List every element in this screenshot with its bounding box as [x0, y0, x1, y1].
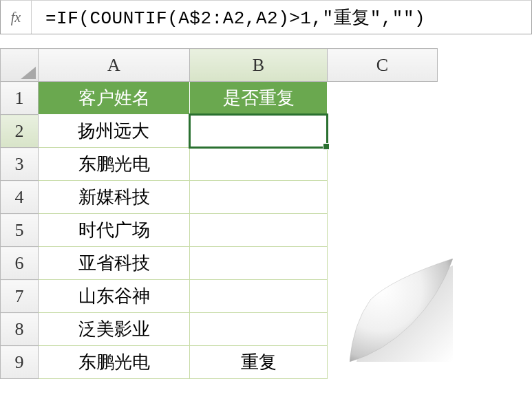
fx-button[interactable]: fx: [1, 1, 32, 34]
formula-bar: fx =IF(COUNTIF(A$2:A2,A2)>1,"重复",""): [0, 0, 532, 34]
cell-C5[interactable]: [328, 214, 438, 247]
cell-B5[interactable]: [190, 214, 328, 247]
column-header-C[interactable]: C: [328, 49, 438, 82]
cell-B6[interactable]: [190, 247, 328, 280]
column-header-B[interactable]: B: [190, 49, 328, 82]
row-header-3[interactable]: 3: [1, 148, 39, 181]
cell-B3[interactable]: [190, 148, 328, 181]
row-header-7[interactable]: 7: [1, 280, 39, 313]
cell-A8[interactable]: 泛美影业: [39, 313, 190, 346]
row-header-6[interactable]: 6: [1, 247, 39, 280]
cell-C8[interactable]: [328, 313, 438, 346]
cell-B2[interactable]: [190, 115, 328, 148]
cell-C3[interactable]: [328, 148, 438, 181]
cell-A3[interactable]: 东鹏光电: [39, 148, 190, 181]
cell-C7[interactable]: [328, 280, 438, 313]
cell-C6[interactable]: [328, 247, 438, 280]
cell-A4[interactable]: 新媒科技: [39, 181, 190, 214]
row-header-4[interactable]: 4: [1, 181, 39, 214]
cell-A2[interactable]: 扬州远大: [39, 115, 190, 148]
cell-B8[interactable]: [190, 313, 328, 346]
cell-A9[interactable]: 东鹏光电: [39, 346, 190, 379]
cell-C2[interactable]: [328, 115, 438, 148]
row-header-9[interactable]: 9: [1, 346, 39, 379]
cell-B7[interactable]: [190, 280, 328, 313]
cell-A5[interactable]: 时代广场: [39, 214, 190, 247]
row-header-8[interactable]: 8: [1, 313, 39, 346]
column-header-A[interactable]: A: [39, 49, 190, 82]
row-header-1[interactable]: 1: [1, 82, 39, 115]
cell-B1[interactable]: 是否重复: [190, 82, 328, 115]
cell-A1[interactable]: 客户姓名: [39, 82, 190, 115]
row-header-5[interactable]: 5: [1, 214, 39, 247]
cell-C9[interactable]: [328, 346, 438, 379]
spreadsheet-grid: A B C 1 客户姓名 是否重复 2 扬州远大 3 东鹏光电 4 新媒科技: [0, 48, 532, 379]
row-header-2[interactable]: 2: [1, 115, 39, 148]
cell-A6[interactable]: 亚省科技: [39, 247, 190, 280]
cell-C4[interactable]: [328, 181, 438, 214]
cell-B9[interactable]: 重复: [190, 346, 328, 379]
cell-C1[interactable]: [328, 82, 438, 115]
cell-A7[interactable]: 山东谷神: [39, 280, 190, 313]
cell-B4[interactable]: [190, 181, 328, 214]
formula-input[interactable]: =IF(COUNTIF(A$2:A2,A2)>1,"重复",""): [32, 6, 531, 30]
select-all-corner[interactable]: [1, 49, 39, 82]
